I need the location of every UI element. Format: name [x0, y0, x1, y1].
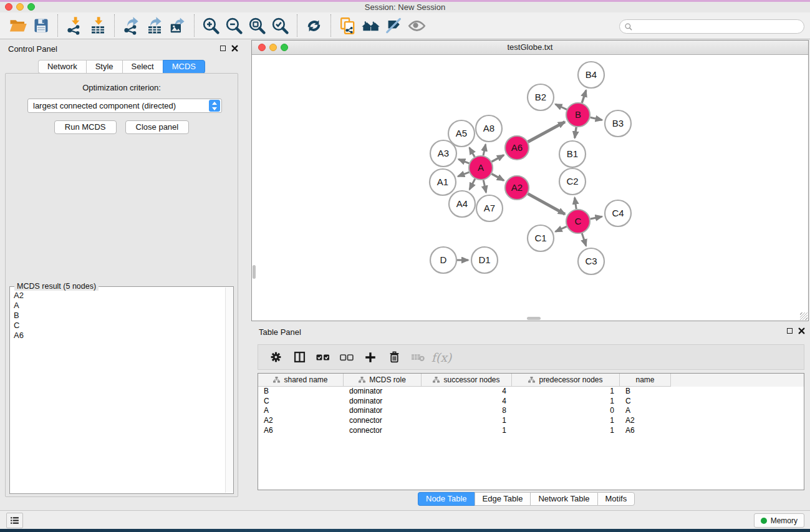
cell[interactable]: 4 — [422, 387, 512, 397]
close-panel-button[interactable]: Close panel — [125, 120, 190, 134]
export-image-icon[interactable] — [166, 14, 189, 37]
close-panel-icon[interactable] — [231, 45, 238, 52]
network-edge-B-B1[interactable] — [575, 127, 576, 138]
search-input[interactable] — [635, 21, 804, 32]
import-table-icon[interactable] — [86, 14, 109, 37]
gear-icon[interactable] — [264, 347, 287, 367]
save-icon[interactable] — [29, 14, 52, 37]
network-node-B1[interactable]: B1 — [559, 141, 586, 167]
column-header-shared-name[interactable]: shared name — [258, 374, 344, 387]
tasks-list-button[interactable] — [6, 513, 23, 528]
select-all-icon[interactable] — [311, 347, 335, 367]
column-header-predecessor-nodes[interactable]: predecessor nodes — [512, 374, 620, 387]
network-edge-A-A2[interactable] — [492, 174, 504, 181]
add-icon[interactable] — [359, 347, 382, 367]
export-table-icon[interactable] — [143, 14, 166, 37]
network-edge-A-A3[interactable] — [458, 159, 469, 163]
tab-network-table[interactable]: Network Table — [530, 492, 597, 506]
network-edge-C-C1[interactable] — [556, 226, 567, 231]
result-scrollbar[interactable] — [225, 288, 233, 493]
tab-edge-table[interactable]: Edge Table — [475, 492, 531, 506]
table-row-A[interactable]: Adominator80A — [258, 406, 804, 416]
mcds-result-item[interactable]: B — [14, 311, 225, 321]
column-header-successor-nodes[interactable]: successor nodes — [422, 374, 512, 387]
tab-select[interactable]: Select — [122, 60, 163, 74]
network-node-C[interactable]: C — [566, 210, 590, 233]
zoom-fit-icon[interactable] — [246, 14, 269, 37]
network-window-titlebar[interactable]: testGlobe.txt — [252, 41, 808, 55]
network-node-D1[interactable]: D1 — [471, 247, 498, 273]
cell[interactable]: 8 — [422, 406, 512, 416]
network-node-B4[interactable]: B4 — [578, 62, 604, 88]
eye-icon[interactable] — [405, 14, 428, 37]
delete-icon[interactable] — [382, 347, 406, 367]
cell[interactable]: A6 — [258, 426, 344, 436]
float-panel-icon[interactable] — [219, 45, 226, 52]
cell[interactable]: 1 — [422, 416, 512, 426]
cell[interactable]: A2 — [258, 416, 344, 426]
network-node-C4[interactable]: C4 — [605, 200, 631, 226]
mcds-result-item[interactable]: A2 — [14, 291, 225, 301]
network-node-A4[interactable]: A4 — [449, 191, 475, 217]
mcds-result-item[interactable]: A — [14, 301, 225, 311]
network-node-B2[interactable]: B2 — [528, 84, 554, 110]
network-node-A7[interactable]: A7 — [476, 195, 503, 221]
network-edge-A-A6[interactable] — [492, 155, 504, 162]
cell[interactable]: 1 — [422, 426, 512, 436]
cell[interactable]: B — [620, 387, 671, 397]
mcds-result-item[interactable]: A6 — [14, 331, 225, 341]
criterion-dropdown[interactable]: largest connected component (directed) — [27, 99, 222, 113]
tab-mcds[interactable]: MCDS — [163, 60, 205, 74]
cell[interactable]: B — [258, 387, 344, 397]
network-edge-A-A8[interactable] — [483, 144, 486, 155]
split-columns-icon[interactable] — [287, 347, 311, 367]
network-edge-B-B4[interactable] — [582, 90, 586, 103]
cell[interactable]: dominator — [344, 387, 422, 397]
export-network-icon[interactable] — [120, 14, 143, 37]
open-folder-icon[interactable] — [6, 14, 29, 37]
table-row-A2[interactable]: A2connector11A2 — [258, 416, 804, 426]
network-node-C3[interactable]: C3 — [578, 248, 604, 274]
cell[interactable]: dominator — [344, 406, 422, 416]
vertical-scrollbar-thumb[interactable] — [253, 265, 256, 279]
tab-network[interactable]: Network — [38, 60, 86, 74]
unselect-all-icon[interactable] — [335, 347, 359, 367]
column-header-MCDS-role[interactable]: MCDS role — [344, 374, 422, 387]
network-node-C2[interactable]: C2 — [559, 168, 586, 195]
cell[interactable]: A — [620, 406, 671, 416]
table-row-A6[interactable]: A6connector11A6 — [258, 426, 804, 436]
network-edge-A6-B[interactable] — [528, 122, 565, 142]
clone-network-icon[interactable] — [336, 14, 359, 37]
mcds-result-item[interactable]: C — [14, 321, 225, 331]
network-node-A[interactable]: A — [469, 156, 493, 180]
network-node-A1[interactable]: A1 — [430, 169, 456, 195]
zoom-selected-icon[interactable] — [269, 14, 292, 37]
cell[interactable]: C — [258, 397, 344, 407]
network-edge-C-C2[interactable] — [575, 198, 577, 209]
network-edge-B-B3[interactable] — [591, 117, 602, 120]
tab-motifs[interactable]: Motifs — [597, 492, 635, 506]
tab-style[interactable]: Style — [86, 60, 122, 74]
float-table-panel-icon[interactable] — [786, 327, 793, 334]
table-row-C[interactable]: Cdominator41C — [258, 397, 804, 407]
cell[interactable]: 1 — [512, 387, 620, 397]
network-edge-A-A4[interactable] — [470, 179, 475, 190]
resize-grip[interactable] — [800, 312, 808, 320]
close-table-panel-icon[interactable] — [798, 327, 805, 334]
network-node-A3[interactable]: A3 — [430, 140, 456, 167]
network-edge-B-B2[interactable] — [556, 104, 567, 110]
network-edge-C-C3[interactable] — [582, 233, 586, 246]
network-edge-A2-C[interactable] — [528, 194, 565, 215]
cell[interactable]: A6 — [620, 426, 671, 436]
network-edge-A-A7[interactable] — [483, 180, 486, 193]
network-node-B3[interactable]: B3 — [605, 110, 631, 137]
home-icon[interactable] — [359, 14, 382, 37]
run-mcds-button[interactable]: Run MCDS — [54, 120, 117, 134]
cell[interactable]: 1 — [512, 416, 620, 426]
network-canvas[interactable]: B4B2BB3A5A8A6A3AB1A1C2A2A4A7C4CC1C3DD1 — [252, 55, 808, 321]
hide-label-icon[interactable] — [382, 14, 405, 37]
cell[interactable]: A — [258, 406, 344, 416]
network-edge-A-A1[interactable] — [458, 172, 469, 177]
import-network-icon[interactable] — [63, 14, 86, 37]
network-node-D[interactable]: D — [430, 247, 456, 273]
